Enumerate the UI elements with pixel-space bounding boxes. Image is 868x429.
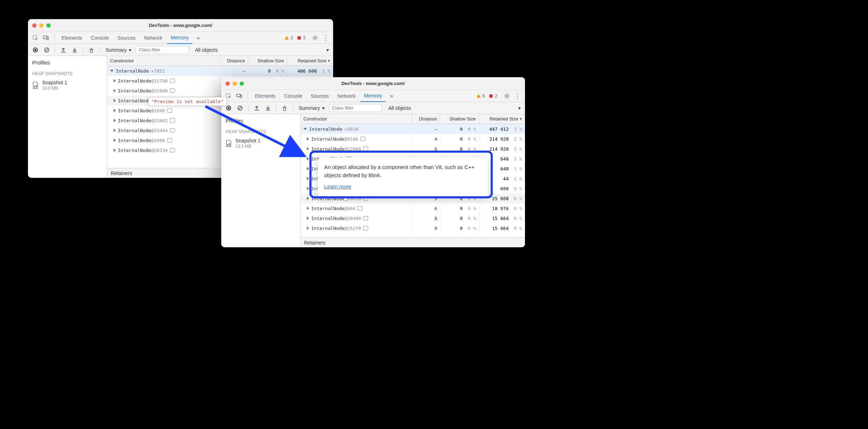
download-icon[interactable] bbox=[263, 103, 273, 113]
disclosure-triangle-icon[interactable] bbox=[114, 109, 116, 112]
inspect-icon[interactable] bbox=[31, 33, 40, 43]
snapshot-item[interactable]: Snapshot 1 13.3 MB bbox=[221, 136, 300, 151]
chevron-down-icon[interactable]: ▾ bbox=[518, 105, 521, 111]
upload-icon[interactable] bbox=[59, 45, 68, 55]
col-distance[interactable]: Distance bbox=[221, 56, 248, 66]
disclosure-triangle-icon[interactable] bbox=[307, 137, 309, 141]
disclosure-triangle-icon[interactable] bbox=[110, 70, 114, 72]
node-name: InternalNode bbox=[311, 226, 344, 231]
titlebar[interactable]: DevTools - www.google.com/ bbox=[28, 19, 333, 32]
class-filter-input[interactable] bbox=[136, 46, 189, 54]
download-icon[interactable] bbox=[70, 45, 79, 55]
view-dropdown-label: Summary bbox=[105, 47, 127, 53]
disclosure-triangle-icon[interactable] bbox=[114, 129, 116, 132]
scope-dropdown[interactable]: All objects bbox=[193, 47, 220, 53]
class-filter-input[interactable] bbox=[329, 104, 382, 112]
kebab-icon[interactable]: ⋮ bbox=[321, 33, 330, 43]
disclosure-triangle-icon[interactable] bbox=[114, 79, 116, 83]
device-icon[interactable] bbox=[235, 91, 244, 101]
tab-console[interactable]: Console bbox=[280, 90, 305, 102]
disclosure-triangle-icon[interactable] bbox=[307, 216, 309, 220]
tab-console[interactable]: Console bbox=[87, 32, 112, 44]
warnings-badge[interactable]: 6 bbox=[476, 93, 485, 98]
table-row[interactable]: InternalNode @20490800 %15 6640 % bbox=[301, 213, 525, 223]
retainers-panel[interactable]: Retainers bbox=[301, 237, 525, 247]
tab-memory[interactable]: Memory bbox=[167, 32, 192, 44]
disclosure-triangle-icon[interactable] bbox=[307, 226, 309, 230]
table-row[interactable]: InternalNode @844600 %18 9760 % bbox=[301, 203, 525, 213]
disclosure-triangle-icon[interactable] bbox=[303, 128, 307, 130]
scope-dropdown-label: All objects bbox=[388, 105, 411, 111]
node-id: @33442 bbox=[151, 118, 168, 123]
settings-icon[interactable] bbox=[310, 33, 320, 43]
disclosure-triangle-icon[interactable] bbox=[307, 197, 309, 200]
node-count: ×7851 bbox=[151, 68, 165, 74]
disclosure-triangle-icon[interactable] bbox=[307, 177, 309, 180]
col-retained[interactable]: Retained Size ▾ bbox=[287, 56, 333, 66]
disclosure-triangle-icon[interactable] bbox=[307, 187, 309, 190]
svg-rect-11 bbox=[36, 85, 37, 87]
gc-icon[interactable] bbox=[87, 45, 96, 55]
disclosure-triangle-icon[interactable] bbox=[114, 148, 116, 152]
col-shallow[interactable]: Shallow Size bbox=[440, 114, 479, 124]
disclosure-triangle-icon[interactable] bbox=[307, 157, 309, 160]
gc-icon[interactable] bbox=[280, 103, 289, 113]
tab-memory[interactable]: Memory bbox=[360, 90, 386, 102]
clear-icon[interactable] bbox=[42, 45, 51, 55]
tab-sources[interactable]: Sources bbox=[307, 90, 332, 102]
cell-retained-pct: 0 % bbox=[512, 186, 522, 191]
col-distance[interactable]: Distance bbox=[412, 114, 440, 124]
svg-point-18 bbox=[228, 107, 230, 109]
device-icon[interactable] bbox=[41, 33, 51, 43]
table-row[interactable]: InternalNode @9166400 %214 9282 % bbox=[301, 134, 525, 144]
disclosure-triangle-icon[interactable] bbox=[114, 119, 116, 122]
upload-icon[interactable] bbox=[252, 103, 261, 113]
warnings-badge[interactable]: 3 bbox=[284, 35, 293, 40]
minimize-icon[interactable] bbox=[233, 81, 237, 86]
tab-network[interactable]: Network bbox=[141, 32, 166, 44]
col-constructor[interactable]: Constructor bbox=[107, 56, 221, 66]
tab-elements[interactable]: Elements bbox=[58, 32, 86, 44]
tab-network[interactable]: Network bbox=[334, 90, 359, 102]
disclosure-triangle-icon[interactable] bbox=[307, 147, 309, 151]
more-tabs-icon[interactable]: » bbox=[387, 91, 396, 101]
errors-badge[interactable]: 2 bbox=[489, 93, 497, 98]
disclosure-triangle-icon[interactable] bbox=[307, 167, 309, 170]
table-row[interactable]: InternalNode @22900600 %214 9282 % bbox=[301, 144, 525, 154]
disclosure-triangle-icon[interactable] bbox=[114, 139, 116, 142]
view-dropdown[interactable]: Summary ▾ bbox=[103, 47, 133, 53]
col-shallow[interactable]: Shallow Size bbox=[248, 56, 287, 66]
snapshot-item[interactable]: Snapshot 1 16.0 MB bbox=[28, 78, 107, 93]
element-icon bbox=[363, 226, 368, 230]
settings-icon[interactable] bbox=[502, 91, 512, 101]
disclosure-triangle-icon[interactable] bbox=[114, 89, 116, 92]
chevron-down-icon[interactable]: ▾ bbox=[326, 47, 329, 53]
record-icon[interactable] bbox=[31, 45, 40, 55]
minimize-icon[interactable] bbox=[39, 23, 44, 28]
divider bbox=[247, 92, 248, 100]
table-row[interactable]: InternalNode×5010 – 00 % 447 4123 % bbox=[301, 124, 525, 134]
close-icon[interactable] bbox=[225, 81, 230, 86]
more-tabs-icon[interactable]: » bbox=[194, 33, 203, 43]
disclosure-triangle-icon[interactable] bbox=[307, 207, 309, 210]
col-constructor[interactable]: Constructor bbox=[301, 114, 412, 124]
zoom-icon[interactable] bbox=[46, 23, 51, 28]
memory-toolbar: Summary ▾ All objects ▾ bbox=[221, 102, 525, 114]
tab-elements[interactable]: Elements bbox=[251, 90, 279, 102]
disclosure-triangle-icon[interactable] bbox=[114, 99, 116, 102]
cell-shallow-pct: 0 % bbox=[466, 136, 476, 142]
clear-icon[interactable] bbox=[235, 103, 245, 113]
scope-dropdown[interactable]: All objects bbox=[386, 105, 413, 111]
tab-sources[interactable]: Sources bbox=[114, 32, 139, 44]
titlebar[interactable]: DevTools - www.google.com/ bbox=[221, 77, 525, 90]
kebab-icon[interactable]: ⋮ bbox=[513, 91, 522, 101]
errors-badge[interactable]: 3 bbox=[297, 35, 305, 40]
zoom-icon[interactable] bbox=[240, 81, 244, 86]
table-row[interactable]: InternalNode×7851 – 00 % 486 6083 % bbox=[107, 66, 333, 76]
col-retained[interactable]: Retained Size ▾ bbox=[479, 114, 525, 124]
learn-more-link[interactable]: Learn more bbox=[324, 184, 352, 190]
view-dropdown[interactable]: Summary ▾ bbox=[297, 105, 327, 111]
close-icon[interactable] bbox=[32, 23, 36, 28]
cell-distance: 8 bbox=[412, 213, 440, 223]
table-row[interactable]: InternalNode @25270900 %15 6640 % bbox=[301, 223, 525, 233]
